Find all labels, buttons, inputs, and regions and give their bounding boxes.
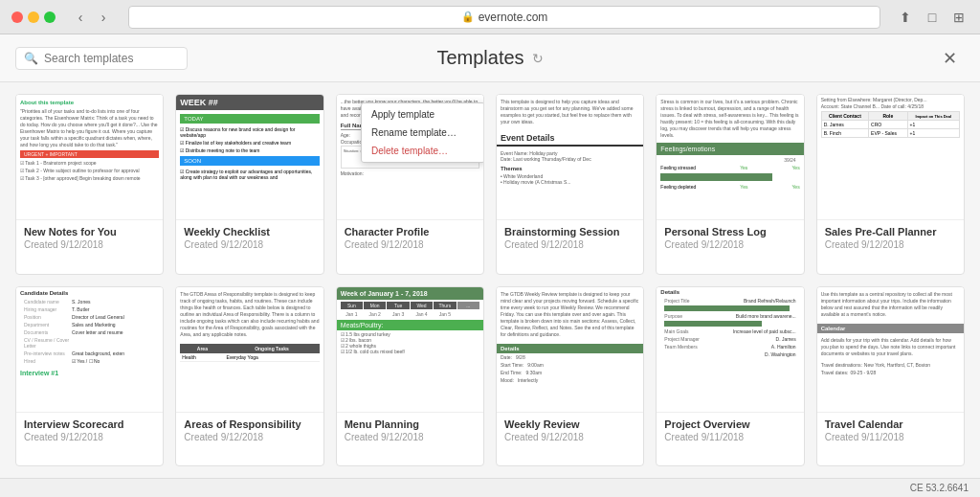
template-card-checklist[interactable]: WEEK ## TODAY ☑ Discuss reasons for new …	[175, 94, 323, 275]
template-info-stress: Personal Stress Log Created 9/12/2018	[657, 219, 803, 256]
template-date: Created 9/12/2018	[184, 239, 315, 250]
template-info-project: Project Overview Created 9/11/2018	[657, 412, 803, 448]
template-card-character[interactable]: ...the better you know your characters, …	[336, 94, 484, 275]
template-card-travel[interactable]: Use this template as a central repositor…	[816, 286, 965, 467]
rename-template-item[interactable]: Rename template…	[362, 124, 483, 142]
template-card-menu[interactable]: Week of January 1 - 7, 2018 Sun Mon Tue …	[336, 286, 484, 467]
template-name: Brainstorming Session	[504, 226, 635, 237]
template-preview-travel: Use this template as a central repositor…	[817, 287, 964, 412]
template-name: Travel Calendar	[825, 418, 956, 430]
add-button[interactable]: ⊞	[949, 8, 969, 27]
traffic-lights	[11, 11, 56, 23]
template-card-stress[interactable]: Stress is common in our lives, but it's …	[656, 94, 804, 275]
template-info-sales: Sales Pre-Call Planner Created 9/12/2018	[817, 219, 964, 256]
refresh-icon[interactable]: ↻	[532, 51, 544, 66]
template-preview-checklist: WEEK ## TODAY ☑ Discuss reasons for new …	[176, 95, 323, 219]
template-name: Personal Stress Log	[664, 226, 795, 237]
template-preview-stress: Stress is common in our lives, but it's …	[657, 95, 803, 219]
template-card-areas[interactable]: The GTDB Areas of Responsibility templat…	[175, 286, 323, 467]
template-preview-notes: About this template "Priorities all of y…	[16, 95, 163, 219]
template-card-sales[interactable]: Setting from Elsewhere: Margaret (Direct…	[816, 94, 965, 275]
forward-button[interactable]: ›	[94, 8, 113, 27]
template-card-brainstorm[interactable]: This template is designed to help you ca…	[496, 94, 644, 275]
back-button[interactable]: ‹	[71, 8, 90, 27]
template-card-weekly[interactable]: The GTDB Weekly Review template is desig…	[496, 286, 644, 467]
version-text: CE 53.2.6641	[910, 483, 969, 493]
search-input[interactable]	[44, 52, 179, 65]
template-grid: About this template "Priorities all of y…	[0, 82, 980, 478]
template-date: Created 9/11/2018	[664, 432, 795, 442]
template-preview-menu: Week of January 1 - 7, 2018 Sun Mon Tue …	[337, 287, 483, 412]
search-icon: 🔍	[24, 52, 38, 65]
address-bar[interactable]: 🔒 evernote.com	[128, 6, 880, 29]
template-info-weekly: Weekly Review Created 9/12/2018	[497, 412, 643, 448]
template-date: Created 9/12/2018	[24, 239, 155, 250]
template-name: Weekly Review	[504, 418, 635, 430]
template-preview-areas: The GTDB Areas of Responsibility templat…	[176, 287, 323, 412]
apply-template-item[interactable]: Apply template	[362, 105, 483, 124]
template-info-notes: New Notes for You Created 9/12/2018	[16, 219, 163, 256]
app-container: 🔍 Templates ↻ ✕ About this template "Pri…	[0, 34, 980, 497]
close-traffic-light[interactable]	[11, 11, 23, 23]
template-info-checklist: Weekly Checklist Created 9/12/2018	[176, 219, 323, 256]
template-date: Created 9/12/2018	[664, 239, 795, 250]
template-date: Created 9/12/2018	[184, 432, 315, 442]
template-card-project[interactable]: Details Project Title Brand Refresh/Rela…	[656, 286, 804, 467]
template-date: Created 9/12/2018	[825, 239, 956, 250]
address-text: evernote.com	[479, 11, 548, 24]
search-box[interactable]: 🔍	[15, 47, 188, 70]
template-date: Created 9/12/2018	[345, 239, 476, 250]
close-button[interactable]: ✕	[935, 44, 965, 73]
app-header: 🔍 Templates ↻ ✕	[0, 34, 980, 82]
template-date: Created 9/12/2018	[504, 432, 635, 442]
template-info-character: Character Profile Created 9/12/2018	[337, 219, 483, 256]
template-date: Created 9/12/2018	[504, 239, 635, 250]
template-info-menu: Menu Planning Created 9/12/2018	[337, 412, 483, 448]
share-button[interactable]: ⬆	[896, 8, 915, 27]
lock-icon: 🔒	[461, 11, 475, 23]
delete-template-item[interactable]: Delete template…	[362, 142, 483, 160]
nav-buttons: ‹ ›	[71, 8, 113, 27]
bookmark-button[interactable]: □	[923, 8, 942, 27]
template-date: Created 9/11/2018	[825, 432, 956, 442]
footer-bar: CE 53.2.6641	[0, 478, 980, 497]
template-name: Character Profile	[345, 226, 476, 237]
template-preview-character: ...the better you know your characters, …	[337, 95, 483, 219]
template-name: Interview Scorecard	[24, 418, 155, 430]
browser-actions: ⬆ □ ⊞	[896, 8, 969, 27]
template-name: New Notes for You	[24, 226, 155, 237]
template-name: Weekly Checklist	[184, 226, 315, 237]
template-preview-project: Details Project Title Brand Refresh/Rela…	[657, 287, 803, 412]
template-preview-sales: Setting from Elsewhere: Margaret (Direct…	[817, 95, 964, 219]
template-card-notes[interactable]: About this template "Priorities all of y…	[15, 94, 164, 275]
template-info-travel: Travel Calendar Created 9/11/2018	[817, 412, 964, 448]
template-date: Created 9/12/2018	[345, 432, 476, 442]
template-info-brainstorm: Brainstorming Session Created 9/12/2018	[497, 219, 643, 256]
template-info-areas: Areas of Responsibility Created 9/12/201…	[176, 412, 323, 448]
minimize-traffic-light[interactable]	[28, 11, 39, 23]
template-preview-brainstorm: This template is designed to help you ca…	[497, 95, 643, 219]
template-info-interview: Interview Scorecard Created 9/12/2018	[16, 412, 163, 448]
template-name: Menu Planning	[345, 418, 476, 430]
template-name: Project Overview	[664, 418, 795, 430]
context-menu: Apply template Rename template… Delete t…	[361, 102, 483, 163]
template-name: Areas of Responsibility	[184, 418, 315, 430]
template-preview-interview: Candidate Details Candidate name S. Jone…	[16, 287, 163, 412]
header-title: Templates ↻	[436, 47, 543, 69]
template-card-interview[interactable]: Candidate Details Candidate name S. Jone…	[15, 286, 164, 467]
browser-chrome: ‹ › 🔒 evernote.com ⬆ □ ⊞	[0, 0, 980, 34]
fullscreen-traffic-light[interactable]	[44, 11, 56, 23]
title-text: Templates	[436, 47, 523, 69]
template-preview-weekly: The GTDB Weekly Review template is desig…	[497, 287, 643, 412]
template-name: Sales Pre-Call Planner	[825, 226, 956, 237]
template-date: Created 9/12/2018	[24, 432, 155, 442]
